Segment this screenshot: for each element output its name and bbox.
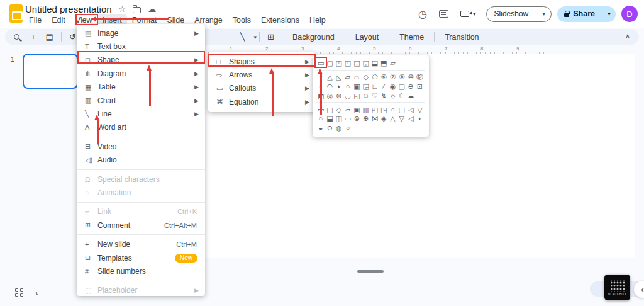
- shape-option-icon[interactable]: ◇: [335, 105, 343, 114]
- star-icon[interactable]: ☆: [119, 4, 126, 14]
- shape-option-icon[interactable]: ◠: [325, 82, 334, 91]
- menu-item-new-slide[interactable]: +New slideCtrl+M: [77, 237, 205, 251]
- menubar-help[interactable]: Help: [304, 14, 331, 26]
- shape-option-icon[interactable]: ↯: [379, 91, 388, 100]
- shape-option-icon[interactable]: ○: [343, 82, 352, 91]
- shape-option-icon[interactable]: ○: [343, 123, 352, 132]
- version-history-icon[interactable]: ◷: [418, 8, 427, 20]
- menu-item-image[interactable]: ▤Image▶: [77, 26, 205, 40]
- shape-option-icon[interactable]: ◁: [406, 105, 415, 114]
- shape-option-icon[interactable]: ◲: [361, 82, 370, 91]
- shape-option-icon[interactable]: ▣: [352, 105, 361, 114]
- collapse-filmstrip-icon[interactable]: ‹: [35, 288, 38, 297]
- shape-option-icon[interactable]: ♡: [370, 91, 379, 100]
- shape-option-icon[interactable]: ⊖: [406, 82, 415, 91]
- menu-item-slide-numbers[interactable]: #Slide numbers: [77, 264, 205, 278]
- meet-button[interactable]: ▾: [460, 11, 476, 17]
- shape-option-icon[interactable]: ⑧: [397, 72, 406, 81]
- menu-item-link[interactable]: ∞LinkCtrl+K: [77, 205, 205, 218]
- shape-option-icon[interactable]: ⏢: [352, 72, 361, 81]
- line-tool-icon[interactable]: ╲: [235, 32, 250, 42]
- menu-item-special-characters[interactable]: ΩSpecial characters: [77, 173, 205, 186]
- shape-option-icon[interactable]: △: [388, 114, 397, 123]
- document-title[interactable]: Untitled presentation: [25, 4, 112, 14]
- shape-option-icon[interactable]: △: [325, 72, 334, 81]
- shape-option-icon[interactable]: ⊗: [352, 114, 361, 123]
- menubar-edit[interactable]: Edit: [47, 14, 70, 26]
- theme-button[interactable]: Theme: [392, 31, 431, 43]
- shape-option-icon[interactable]: ⬒: [379, 59, 388, 67]
- shape-option-icon[interactable]: ○: [316, 114, 325, 123]
- shape-option-icon[interactable]: ☼: [388, 91, 397, 100]
- shape-option-icon[interactable]: ◁: [406, 114, 415, 123]
- shape-option-icon[interactable]: ◇: [361, 72, 370, 81]
- blackbox-logo[interactable]: BLACKBOX: [604, 275, 630, 300]
- shape-option-icon[interactable]: ⑩: [406, 72, 415, 81]
- shape-option-icon[interactable]: ◺: [335, 72, 343, 81]
- shape-option-icon[interactable]: ⊖: [325, 123, 334, 132]
- shape-option-icon[interactable]: ⑥: [379, 72, 388, 81]
- shape-option-icon[interactable]: ⬓: [325, 114, 334, 123]
- menu-item-arrows[interactable]: ⇨Arrows▶: [208, 68, 316, 81]
- transition-button[interactable]: Transition: [437, 31, 486, 43]
- shape-option-icon[interactable]: ⊡: [415, 82, 424, 91]
- shape-option-icon[interactable]: ∟: [370, 82, 379, 91]
- speaker-notes-handle[interactable]: [357, 270, 384, 273]
- add-comment-icon[interactable]: ⊞: [262, 32, 279, 42]
- cloud-saved-icon[interactable]: ☁: [148, 4, 156, 14]
- shape-option-icon[interactable]: ⬓: [370, 59, 379, 67]
- menu-item-word-art[interactable]: AWord art: [77, 121, 205, 134]
- menu-item-placeholder[interactable]: ⬚Placeholder▶: [77, 284, 205, 297]
- menubar-file[interactable]: File: [24, 14, 47, 26]
- shape-option-icon[interactable]: ◍: [335, 123, 343, 132]
- shape-option-icon[interactable]: ◡: [343, 91, 352, 100]
- shape-option-icon[interactable]: ☺: [361, 91, 370, 100]
- menu-item-callouts[interactable]: ▭Callouts▶: [208, 82, 316, 95]
- menubar-extensions[interactable]: Extensions: [256, 14, 304, 26]
- slide-thumbnail[interactable]: [23, 54, 78, 89]
- shape-option-icon[interactable]: ▱: [388, 59, 397, 67]
- shape-option-icon[interactable]: ▣: [352, 82, 361, 91]
- menu-item-video[interactable]: ⊟Video: [77, 140, 205, 153]
- shape-option-icon[interactable]: ◈: [379, 114, 388, 123]
- shape-option-icon[interactable]: ◫: [335, 114, 343, 123]
- shape-option-icon[interactable]: ⋈: [370, 114, 379, 123]
- layout-button[interactable]: Layout: [348, 31, 387, 43]
- zoom-in-icon[interactable]: +: [26, 32, 41, 42]
- menu-item-templates[interactable]: ⊡TemplatesNew: [77, 251, 205, 264]
- shape-option-icon[interactable]: ◗: [335, 82, 343, 91]
- shape-option-icon[interactable]: ▢: [325, 105, 334, 114]
- menu-item-comment[interactable]: ⊞CommentCtrl+Alt+M: [77, 218, 205, 232]
- shape-option-icon[interactable]: ◒: [316, 123, 325, 132]
- shape-option-icon[interactable]: ◗: [415, 114, 424, 123]
- shape-option-icon[interactable]: ⊛: [335, 91, 343, 100]
- menu-item-equation[interactable]: ⌘Equation▶: [208, 95, 316, 108]
- shape-option-icon[interactable]: ◳: [335, 59, 343, 67]
- menu-item-audio[interactable]: ◁)Audio: [77, 154, 205, 167]
- menu-item-animation[interactable]: ◌Animation: [77, 186, 205, 199]
- slideshow-button[interactable]: Slideshow ▾: [486, 6, 552, 22]
- shape-option-icon[interactable]: ⊕: [361, 114, 370, 123]
- move-folder-icon[interactable]: [133, 7, 141, 13]
- menu-item-chart[interactable]: ▥Chart▶: [77, 94, 205, 107]
- shape-option-icon[interactable]: ∕: [379, 82, 388, 91]
- menubar-tools[interactable]: Tools: [228, 14, 256, 26]
- avatar[interactable]: D: [621, 6, 638, 22]
- shape-option-icon[interactable]: ◲: [361, 59, 370, 67]
- shape-option-icon[interactable]: ☾: [397, 91, 406, 100]
- shape-option-icon[interactable]: ◰: [370, 105, 379, 114]
- shape-option-icon[interactable]: ▽: [415, 105, 424, 114]
- shape-option-icon[interactable]: ◱: [352, 91, 361, 100]
- shape-option-icon[interactable]: ◉: [388, 82, 397, 91]
- shape-option-icon[interactable]: ◳: [379, 105, 388, 114]
- shape-option-icon[interactable]: ▽: [397, 114, 406, 123]
- menu-item-table[interactable]: ▦Table▶: [77, 81, 205, 94]
- slides-view-icon[interactable]: ▤: [41, 32, 58, 42]
- line-tool-dropdown-icon[interactable]: ▾: [254, 34, 257, 40]
- shape-option-icon[interactable]: ▭: [343, 114, 352, 123]
- shape-option-icon[interactable]: ⑫: [415, 72, 424, 81]
- shape-option-icon[interactable]: ▱: [343, 72, 352, 81]
- shape-option-icon[interactable]: ▢: [397, 82, 406, 91]
- shape-option-icon[interactable]: ⬠: [370, 72, 379, 81]
- shape-option-icon[interactable]: ▢: [397, 105, 406, 114]
